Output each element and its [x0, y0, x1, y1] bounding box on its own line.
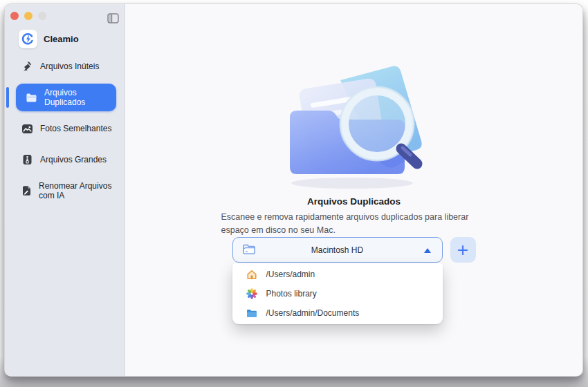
sidebar-item-label: Fotos Semelhantes — [40, 124, 111, 133]
scan-target-value: Macintosh HD — [233, 245, 442, 255]
photos-app-icon — [246, 288, 258, 300]
sidebar-item-label: Arquivos Grandes — [40, 155, 107, 164]
page-title: Arquivos Duplicados — [125, 196, 582, 207]
home-icon — [246, 269, 258, 281]
folder-outline-icon — [242, 243, 257, 258]
sidebar: Cleamio Arquivos Inúteis — [5, 4, 125, 376]
page-description: Escanee e remova rapidamente arquivos du… — [221, 211, 487, 237]
zoom-button[interactable] — [38, 12, 46, 20]
caret-up-icon — [424, 248, 431, 253]
traffic-lights — [10, 12, 46, 20]
cleamio-logo-icon — [19, 30, 37, 48]
duplicate-folder-icon — [26, 92, 37, 104]
main-panel: Arquivos Duplicados Escanee e remova rap… — [125, 4, 582, 376]
folder-with-magnifier-illustration — [275, 58, 434, 194]
menu-item-users-admin-documents[interactable]: /Users/admin/Documents — [232, 303, 443, 323]
sidebar-item-label: Arquivos Inúteis — [40, 62, 99, 71]
app-logo-row: Cleamio — [19, 30, 79, 48]
broom-icon — [21, 61, 33, 73]
sidebar-item-arquivos-duplicados[interactable]: Arquivos Duplicados — [16, 84, 116, 111]
sidebar-item-fotos-semelhantes[interactable]: Fotos Semelhantes — [12, 115, 118, 142]
large-files-icon — [21, 154, 33, 166]
scan-target-dropdown[interactable]: Macintosh HD — [232, 237, 443, 263]
sidebar-item-label: Arquivos Duplicados — [44, 88, 116, 107]
add-location-button[interactable]: + — [450, 237, 476, 263]
sidebar-toggle-icon[interactable] — [105, 11, 120, 25]
menu-item-users-admin[interactable]: /Users/admin — [232, 265, 443, 284]
minimize-button[interactable] — [24, 12, 33, 20]
scan-controls: Macintosh HD + — [125, 237, 582, 263]
close-button[interactable] — [10, 12, 19, 20]
active-item-indicator — [6, 87, 9, 108]
scan-target-menu: /Users/admin — [232, 263, 443, 324]
menu-item-label: /Users/admin — [266, 270, 315, 279]
sidebar-item-arquivos-grandes[interactable]: Arquivos Grandes — [12, 146, 118, 173]
ai-rename-icon — [21, 185, 32, 197]
menu-item-label: Photos library — [266, 289, 317, 299]
app-window: Cleamio Arquivos Inúteis — [4, 3, 583, 377]
menu-item-label: /Users/admin/Documents — [266, 308, 360, 318]
blue-folder-icon — [246, 308, 258, 319]
sidebar-nav: Arquivos Inúteis Arquivos Duplicados — [12, 53, 118, 208]
app-name: Cleamio — [44, 34, 79, 44]
sidebar-item-arquivos-inuteis[interactable]: Arquivos Inúteis — [12, 53, 118, 80]
sidebar-item-renomear-arquivos-ia[interactable]: Renomear Arquivos com IA — [12, 177, 118, 205]
menu-item-photos-library[interactable]: Photos library — [232, 284, 443, 303]
similar-photos-icon — [21, 123, 33, 135]
sidebar-item-label: Renomear Arquivos com IA — [39, 181, 118, 200]
